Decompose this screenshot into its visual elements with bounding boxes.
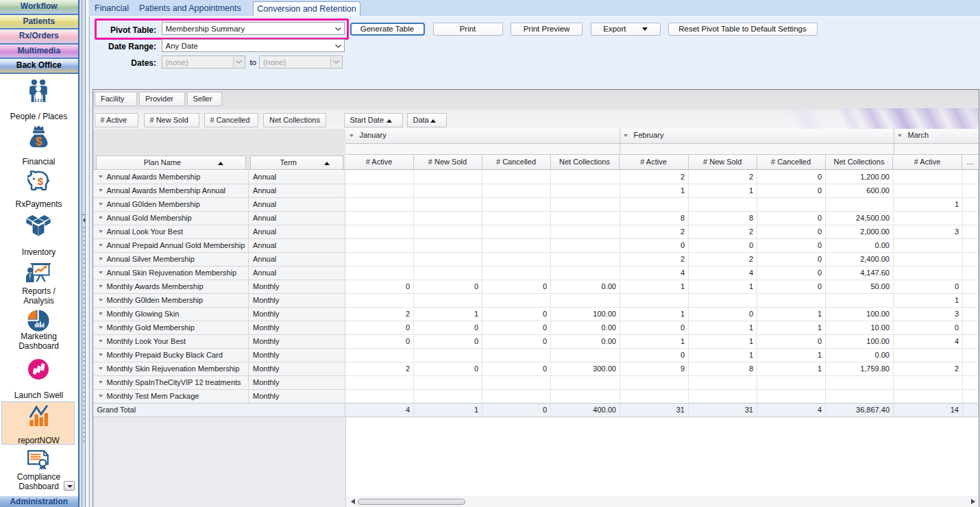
svg-text:$: $ — [38, 175, 44, 187]
svg-text:$: $ — [35, 134, 42, 147]
